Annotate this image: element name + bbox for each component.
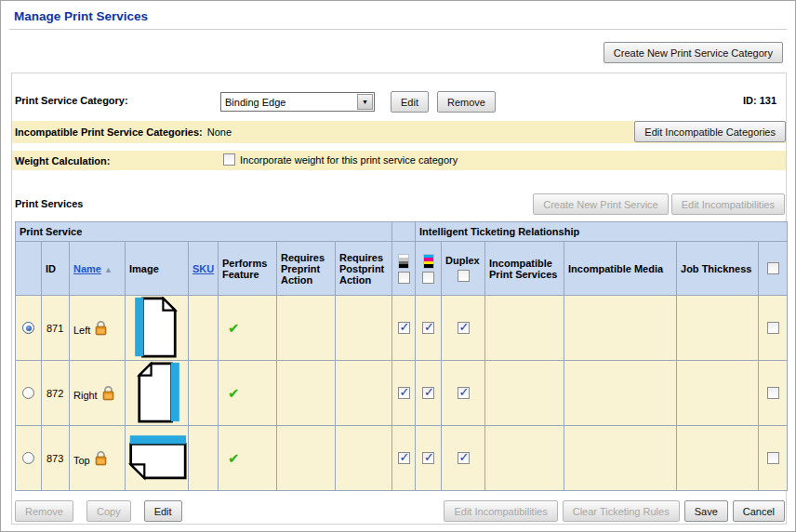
category-select[interactable]: Binding Edge ▼ (220, 92, 375, 112)
bw-checkbox[interactable] (398, 387, 410, 399)
bw-checkbox[interactable] (398, 322, 410, 334)
bw-checkbox[interactable] (398, 452, 410, 464)
performs-feature-column-header: Performs Feature (219, 242, 277, 296)
select-all-column-header (759, 242, 788, 296)
manage-print-services-page: Manage Print Services Create New Print S… (0, 0, 796, 532)
copy-button[interactable]: Copy (86, 500, 131, 522)
row-name-cell: Top (70, 426, 126, 491)
green-check-icon (228, 385, 240, 402)
row-select-checkbox[interactable] (767, 322, 779, 334)
row-color-cell (416, 361, 442, 426)
weight-calculation-label: Weight Calculation: (12, 155, 110, 166)
page-title: Manage Print Services (14, 9, 148, 23)
row-select-cell (759, 296, 788, 361)
duplex-checkbox[interactable] (458, 452, 470, 464)
green-check-icon (228, 320, 240, 337)
row-requires-postprint-cell (336, 296, 392, 361)
row-id-cell: 873 (42, 426, 70, 491)
footer-right-buttons: Edit Incompatibilities Clear Ticketing R… (444, 500, 785, 522)
row-sku-cell (189, 296, 219, 361)
edit-incompatible-categories-button[interactable]: Edit Incompatible Categories (634, 121, 786, 142)
incompatible-media-column-header: Incompatible Media (564, 242, 677, 296)
row-radio[interactable] (22, 452, 34, 464)
category-id-value: 131 (760, 95, 776, 106)
select-all-rows-checkbox[interactable] (767, 262, 779, 274)
name-column-header: Name ▲ (70, 242, 126, 296)
row-image-cell (126, 361, 189, 426)
color-checkbox[interactable] (422, 452, 434, 464)
duplex-select-all-checkbox[interactable] (458, 270, 470, 282)
requires-postprint-column-header: Requires Postprint Action (336, 242, 392, 296)
row-performs-feature-cell (219, 361, 277, 426)
row-bw-cell (392, 296, 416, 361)
footer-left-buttons: Remove Copy Edit (15, 500, 182, 522)
print-services-table: Print Service Intelligent Ticketing Rela… (15, 221, 788, 491)
clear-ticketing-rules-button[interactable]: Clear Ticketing Rules (563, 500, 680, 522)
weight-checkbox-label: Incorporate weight for this print servic… (240, 154, 458, 166)
row-select-cell (759, 361, 788, 426)
row-sku-cell (189, 426, 219, 491)
lock-icon (93, 320, 109, 336)
row-bw-cell (392, 361, 416, 426)
table-row: 872 Right (16, 361, 788, 426)
bw-select-all-checkbox[interactable] (398, 272, 410, 284)
print-services-section-title: Print Services (15, 198, 83, 209)
row-radio[interactable] (22, 387, 34, 399)
row-incompatible-print-services-cell (485, 361, 564, 426)
color-checkbox[interactable] (422, 387, 434, 399)
row-performs-feature-cell (219, 296, 277, 361)
row-duplex-cell (442, 296, 485, 361)
row-duplex-cell (442, 361, 485, 426)
create-new-print-service-category-button[interactable]: Create New Print Service Category (604, 42, 783, 63)
row-job-thickness-cell (677, 296, 759, 361)
remove-button[interactable]: Remove (15, 500, 73, 522)
save-button[interactable]: Save (684, 500, 728, 522)
table-group-header-row: Print Service Intelligent Ticketing Rela… (16, 222, 788, 242)
cancel-button[interactable]: Cancel (733, 500, 785, 522)
edit-button[interactable]: Edit (144, 500, 182, 522)
row-requires-preprint-cell (277, 296, 336, 361)
print-service-name: Right (73, 390, 98, 401)
row-job-thickness-cell (677, 426, 759, 491)
create-new-print-service-button[interactable]: Create New Print Service (533, 193, 669, 215)
row-requires-postprint-cell (336, 426, 392, 491)
row-performs-feature-cell (219, 426, 277, 491)
remove-category-button[interactable]: Remove (437, 91, 496, 113)
row-incompatible-media-cell (564, 426, 677, 491)
row-color-cell (416, 296, 442, 361)
edit-incompatibilities-toolbar-button[interactable]: Edit Incompatibilities (671, 193, 785, 215)
edit-category-button[interactable]: Edit (391, 91, 429, 113)
print-service-category-label: Print Service Category: (15, 95, 128, 106)
duplex-checkbox[interactable] (458, 387, 470, 399)
row-name-cell: Right (70, 361, 126, 426)
duplex-column-label: Duplex (445, 255, 481, 266)
binding-top-image (127, 433, 187, 482)
group-header-spacer (392, 222, 416, 242)
print-service-category-panel: Print Service Category: Binding Edge ▼ E… (11, 73, 787, 525)
row-name-cell: Left (70, 296, 126, 361)
category-id-label: ID: (743, 95, 757, 106)
group-header-intelligent-ticketing: Intelligent Ticketing Relationship (416, 222, 788, 242)
color-checkbox[interactable] (422, 322, 434, 334)
color-column-header (416, 242, 442, 296)
weight-checkbox[interactable] (223, 153, 235, 166)
requires-preprint-column-header: Requires Preprint Action (277, 242, 336, 296)
row-bw-cell (392, 426, 416, 491)
row-radio[interactable] (22, 322, 34, 334)
row-select-checkbox[interactable] (767, 452, 779, 464)
sort-by-sku-link[interactable]: SKU (192, 263, 214, 274)
row-sku-cell (189, 361, 219, 426)
chevron-down-icon[interactable]: ▼ (357, 94, 373, 110)
row-image-cell (126, 426, 189, 491)
sort-by-name-link[interactable]: Name (73, 263, 101, 274)
print-service-name: Top (73, 455, 90, 466)
row-duplex-cell (442, 426, 485, 491)
edit-incompatibilities-button[interactable]: Edit Incompatibilities (444, 500, 557, 522)
row-incompatible-print-services-cell (485, 296, 564, 361)
duplex-checkbox[interactable] (458, 322, 470, 334)
row-select-checkbox[interactable] (767, 387, 779, 399)
row-requires-postprint-cell (336, 361, 392, 426)
row-job-thickness-cell (677, 361, 759, 426)
color-select-all-checkbox[interactable] (422, 272, 434, 284)
row-image-cell (126, 296, 189, 361)
